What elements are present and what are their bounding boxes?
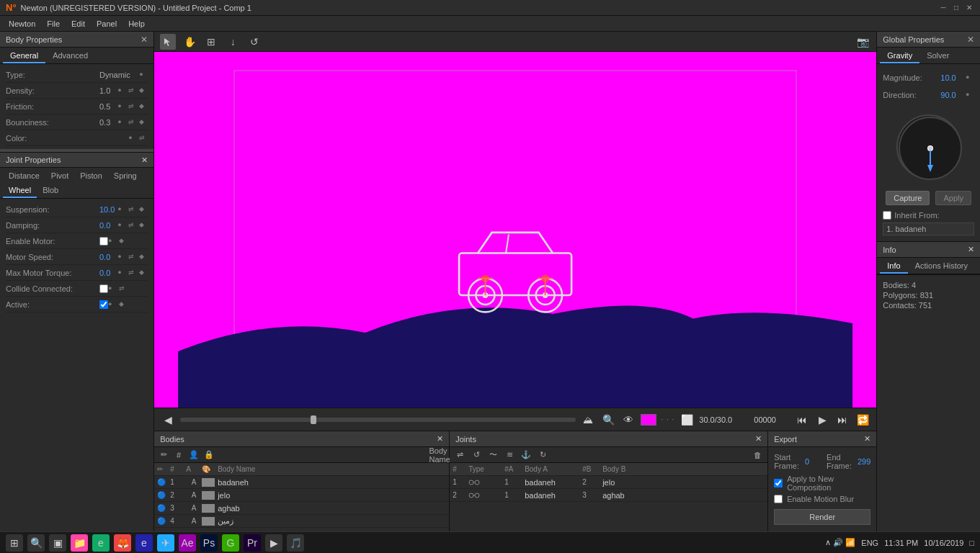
terrain-btn[interactable]: ⛰: [580, 412, 596, 428]
joints-wave-btn[interactable]: ≋: [502, 449, 517, 462]
step-fwd-btn[interactable]: ⏭: [834, 412, 850, 428]
media-button[interactable]: 🎵: [287, 534, 304, 552]
bodies-pencil[interactable]: ✏: [157, 449, 170, 462]
tab-gravity[interactable]: Gravity: [880, 49, 919, 63]
task-view-button[interactable]: ▣: [49, 534, 66, 552]
inherit-dropdown[interactable]: 1. badaneh: [883, 222, 974, 235]
render-button[interactable]: Render: [774, 509, 870, 525]
ms-link[interactable]: ⇌: [128, 253, 137, 261]
friction-link[interactable]: ⇌: [128, 102, 137, 111]
mmt-pick[interactable]: ◆: [139, 269, 148, 277]
zoom-in-btn[interactable]: 🔍: [600, 412, 616, 428]
info-close[interactable]: ✕: [968, 245, 974, 254]
bounciness-pick[interactable]: ◆: [139, 118, 148, 127]
joints-link-btn[interactable]: ⇌: [453, 449, 467, 462]
cc-link[interactable]: ⇌: [119, 284, 128, 293]
down-tool[interactable]: ↓: [225, 34, 241, 50]
density-link[interactable]: ⇌: [128, 86, 137, 95]
end-frame-value[interactable]: 299: [858, 457, 870, 466]
tab-advanced[interactable]: Advanced: [45, 49, 95, 63]
color-swatch[interactable]: [641, 414, 656, 426]
tab-blob[interactable]: Blob: [37, 184, 64, 198]
tab-piston[interactable]: Piston: [74, 169, 108, 184]
suspension-pick[interactable]: ◆: [139, 205, 148, 214]
em-pick[interactable]: ◆: [119, 237, 128, 246]
bodies-lock[interactable]: 🔒: [202, 449, 215, 462]
go-start-btn[interactable]: ⏮: [794, 412, 810, 428]
bodies-close[interactable]: ✕: [437, 434, 443, 444]
joint-row-1[interactable]: 1 1 badaneh 2 jelo: [450, 476, 767, 489]
direction-dial[interactable]: [896, 114, 961, 179]
tab-general[interactable]: General: [3, 49, 45, 63]
export-close[interactable]: ✕: [864, 434, 870, 444]
pan-tool[interactable]: ✋: [182, 34, 197, 50]
ae-button[interactable]: Ae: [179, 534, 196, 552]
joint-row-2[interactable]: 2 1 badaneh 3 aghab: [450, 489, 767, 502]
video-button[interactable]: ▶: [265, 534, 282, 552]
body-row-4[interactable]: 🔵 4 A زمین: [154, 515, 449, 528]
joints-close[interactable]: ✕: [755, 434, 762, 444]
edge-button[interactable]: e: [135, 534, 153, 552]
color-link[interactable]: ⇌: [139, 134, 148, 143]
damping-value[interactable]: 0.0: [99, 221, 117, 230]
body-properties-close[interactable]: ✕: [141, 35, 148, 45]
body-row-1[interactable]: 🔵 1 A badaneh: [154, 476, 449, 489]
menu-edit[interactable]: Edit: [66, 18, 91, 30]
friction-pick[interactable]: ◆: [139, 102, 148, 111]
joint-properties-close[interactable]: ✕: [141, 156, 148, 165]
tab-wheel[interactable]: Wheel: [3, 184, 37, 198]
global-properties-close[interactable]: ✕: [967, 35, 974, 45]
joints-refresh-btn[interactable]: ↻: [535, 449, 550, 462]
tab-distance[interactable]: Distance: [3, 169, 45, 184]
tab-solver[interactable]: Solver: [919, 49, 956, 63]
telegram-button[interactable]: ✈: [157, 534, 174, 552]
ie-button[interactable]: e: [92, 534, 110, 552]
direction-value[interactable]: 90.0: [940, 91, 966, 99]
apply-new-comp-checkbox[interactable]: [774, 479, 783, 487]
loop-btn[interactable]: 🔁: [855, 412, 870, 428]
screenshot-tool[interactable]: 📷: [855, 34, 870, 50]
damping-pick[interactable]: ◆: [139, 221, 148, 230]
timeline-track[interactable]: [180, 418, 576, 422]
bodies-num[interactable]: #: [172, 449, 185, 462]
motion-blur-checkbox[interactable]: [774, 495, 783, 503]
menu-newton[interactable]: Newton: [3, 18, 41, 30]
bounciness-value[interactable]: 0.3: [99, 118, 117, 127]
body-row-3[interactable]: 🔵 3 A aghab: [154, 502, 449, 515]
ps-button[interactable]: Ps: [200, 534, 218, 552]
max-motor-torque-value[interactable]: 0.0: [99, 269, 117, 277]
file-explorer-button[interactable]: 📁: [71, 534, 88, 552]
body-row-2[interactable]: 🔵 2 A jelo: [154, 489, 449, 502]
active-pick[interactable]: ◆: [119, 300, 128, 309]
prev-keyframe-btn[interactable]: ◀: [160, 412, 176, 428]
gamer-button[interactable]: G: [222, 534, 239, 552]
close-button[interactable]: ✕: [964, 3, 974, 13]
menu-help[interactable]: Help: [122, 18, 151, 30]
density-pick[interactable]: ◆: [139, 86, 148, 95]
motor-speed-value[interactable]: 0.0: [99, 253, 117, 261]
menu-panel[interactable]: Panel: [91, 18, 122, 30]
start-frame-value[interactable]: 0: [805, 457, 809, 466]
bodies-col-icon[interactable]: Body Name: [433, 449, 446, 462]
firefox-button[interactable]: 🦊: [114, 534, 131, 552]
bounciness-link[interactable]: ⇌: [128, 118, 137, 127]
mmt-link[interactable]: ⇌: [128, 269, 137, 277]
friction-value[interactable]: 0.5: [99, 102, 117, 111]
joints-anchor-btn[interactable]: ⚓: [519, 449, 533, 462]
capture-button[interactable]: Capture: [886, 191, 930, 205]
inherit-checkbox[interactable]: [883, 211, 891, 220]
grid-tool[interactable]: ⊞: [203, 34, 219, 50]
tab-info[interactable]: Info: [880, 259, 907, 274]
notification-button[interactable]: □: [969, 539, 974, 547]
minimize-button[interactable]: ─: [938, 3, 948, 13]
density-value[interactable]: 1.0: [99, 86, 117, 95]
start-button[interactable]: ⊞: [6, 534, 23, 552]
play-btn[interactable]: ▶: [814, 412, 830, 428]
playhead[interactable]: [311, 415, 316, 424]
menu-file[interactable]: File: [41, 18, 66, 30]
bodies-add-icon[interactable]: 👤: [187, 449, 200, 462]
rotate-tool[interactable]: ↺: [246, 34, 262, 50]
tab-actions-history[interactable]: Actions History: [908, 259, 975, 274]
enable-motor-checkbox[interactable]: [99, 237, 108, 246]
active-checkbox[interactable]: [99, 300, 108, 309]
